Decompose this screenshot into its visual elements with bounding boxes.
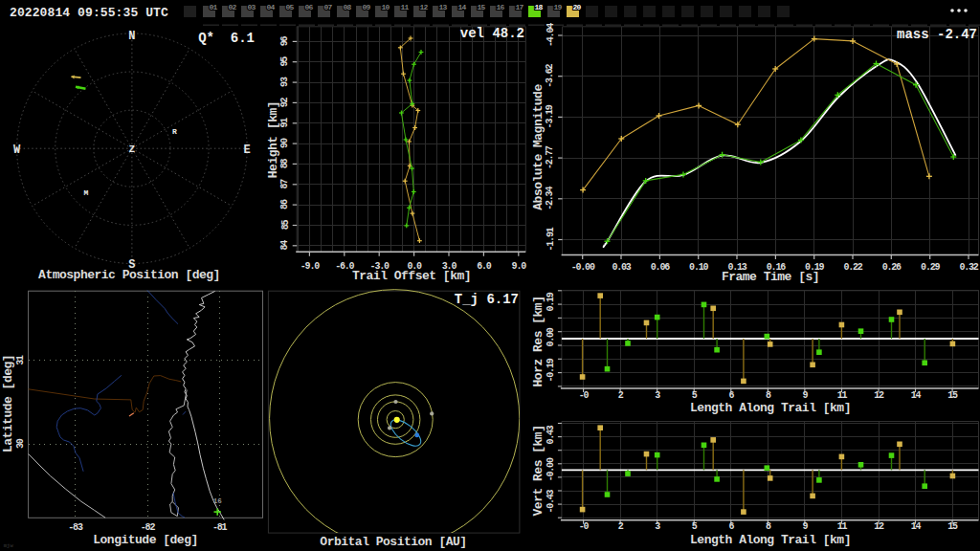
svg-text:-0.00: -0.00	[546, 457, 556, 481]
svg-text:-2.34: -2.34	[546, 187, 556, 210]
svg-text:9: 9	[802, 521, 808, 532]
svg-text:0.10: 0.10	[689, 262, 708, 273]
svg-text:-83: -83	[68, 522, 83, 533]
svg-text:Q* 6.1: Q* 6.1	[198, 31, 255, 46]
svg-text:08: 08	[343, 3, 351, 11]
svg-text:Latitude [deg]: Latitude [deg]	[1, 355, 15, 452]
svg-text:Vert Res [km]: Vert Res [km]	[531, 426, 546, 517]
svg-text:Frame Time [s]: Frame Time [s]	[722, 270, 819, 284]
svg-text:5: 5	[692, 390, 698, 401]
svg-text:3: 3	[655, 390, 660, 401]
svg-text:8: 8	[766, 521, 771, 532]
svg-text:0.32: 0.32	[959, 262, 978, 273]
svg-text:0.00: 0.00	[546, 327, 556, 346]
svg-text:15: 15	[477, 3, 485, 11]
svg-text:13: 13	[438, 3, 447, 11]
svg-text:04: 04	[266, 3, 275, 11]
svg-text:10: 10	[381, 3, 390, 11]
svg-text:15: 15	[947, 390, 958, 401]
svg-text:0.22: 0.22	[843, 262, 862, 273]
svg-text:86: 86	[280, 199, 291, 209]
svg-text:6.0: 6.0	[477, 261, 492, 272]
svg-text:8: 8	[766, 390, 771, 401]
svg-text:6: 6	[728, 521, 734, 532]
svg-text:mjw: mjw	[4, 542, 14, 549]
svg-text:Horz Res [km]: Horz Res [km]	[531, 297, 546, 387]
svg-text:16: 16	[496, 3, 504, 11]
svg-text:-4.04: -4.04	[546, 23, 556, 47]
svg-text:2: 2	[618, 521, 624, 532]
svg-text:31: 31	[15, 355, 26, 365]
svg-text:5: 5	[692, 521, 698, 532]
svg-text:-2.77: -2.77	[546, 145, 556, 169]
svg-text:M: M	[84, 188, 89, 197]
svg-text:96: 96	[280, 35, 291, 46]
svg-text:20220814 09:55:35 UTC: 20220814 09:55:35 UTC	[10, 6, 168, 20]
svg-text:2: 2	[618, 390, 624, 401]
svg-text:12: 12	[419, 3, 428, 11]
svg-text:-0.00: -0.00	[571, 262, 595, 273]
svg-text:0.06: 0.06	[651, 262, 670, 273]
svg-text:0.19: 0.19	[546, 292, 556, 311]
svg-text:06: 06	[304, 3, 313, 11]
svg-text:07: 07	[323, 3, 332, 11]
svg-text:-0.43: -0.43	[546, 489, 556, 513]
svg-text:85: 85	[280, 220, 291, 231]
svg-text:-0: -0	[579, 390, 590, 401]
svg-text:95: 95	[280, 56, 291, 67]
svg-text:11: 11	[837, 521, 848, 532]
svg-text:-3.19: -3.19	[546, 104, 556, 128]
svg-text:-81: -81	[212, 522, 228, 533]
svg-text:30: 30	[15, 438, 26, 449]
svg-text:17: 17	[515, 3, 523, 11]
svg-text:Orbital Position [AU]: Orbital Position [AU]	[320, 535, 466, 549]
svg-text:0.29: 0.29	[921, 262, 940, 273]
svg-text:19: 19	[553, 3, 562, 11]
svg-text:20: 20	[572, 3, 581, 11]
svg-text:Height [km]: Height [km]	[266, 101, 280, 178]
svg-text:84: 84	[280, 240, 291, 251]
svg-text:Trail Offset [km]: Trail Offset [km]	[352, 269, 471, 283]
svg-text:14: 14	[911, 390, 922, 401]
svg-text:03: 03	[247, 3, 256, 11]
svg-text:02: 02	[228, 3, 236, 11]
svg-text:15: 15	[947, 521, 958, 532]
svg-text:W: W	[13, 143, 21, 157]
svg-text:0.03: 0.03	[612, 262, 631, 273]
svg-text:6: 6	[728, 390, 734, 401]
svg-text:-9.0: -9.0	[301, 261, 320, 272]
svg-text:12: 12	[874, 521, 884, 532]
svg-text:Length Along Trail [km]: Length Along Trail [km]	[690, 401, 851, 415]
svg-text:Absolute Magnitude: Absolute Magnitude	[531, 84, 546, 210]
svg-text:87: 87	[280, 179, 291, 189]
svg-text:3: 3	[655, 521, 660, 532]
svg-text:9.0: 9.0	[512, 261, 527, 272]
svg-text:-0.19: -0.19	[546, 358, 556, 382]
svg-text:88: 88	[280, 158, 291, 168]
svg-text:93: 93	[280, 77, 291, 87]
svg-text:T_j 6.17: T_j 6.17	[455, 292, 519, 307]
svg-text:R: R	[172, 127, 177, 136]
svg-text:E: E	[244, 143, 251, 157]
svg-text:11: 11	[837, 390, 848, 401]
svg-text:Z: Z	[129, 143, 136, 155]
svg-text:Atmospheric Position [deg]: Atmospheric Position [deg]	[38, 268, 220, 282]
svg-text:09: 09	[362, 3, 370, 11]
svg-text:mass -2.47: mass -2.47	[897, 27, 977, 42]
svg-text:0.26: 0.26	[882, 262, 902, 273]
svg-text:vel 48.2: vel 48.2	[460, 26, 524, 41]
svg-text:18: 18	[534, 3, 543, 11]
svg-text:92: 92	[280, 97, 291, 107]
svg-text:0.43: 0.43	[546, 425, 556, 444]
svg-text:14: 14	[457, 3, 466, 11]
svg-text:01: 01	[209, 3, 217, 11]
svg-text:14: 14	[911, 521, 922, 532]
svg-text:Longitude [deg]: Longitude [deg]	[93, 533, 198, 547]
svg-text:90: 90	[280, 138, 291, 148]
svg-text:Length Along Trail [km]: Length Along Trail [km]	[690, 533, 851, 547]
svg-text:-0: -0	[579, 521, 590, 532]
svg-text:N: N	[128, 30, 135, 43]
svg-text:-3.62: -3.62	[546, 64, 556, 88]
svg-text:11: 11	[400, 3, 409, 11]
svg-text:05: 05	[285, 3, 294, 11]
